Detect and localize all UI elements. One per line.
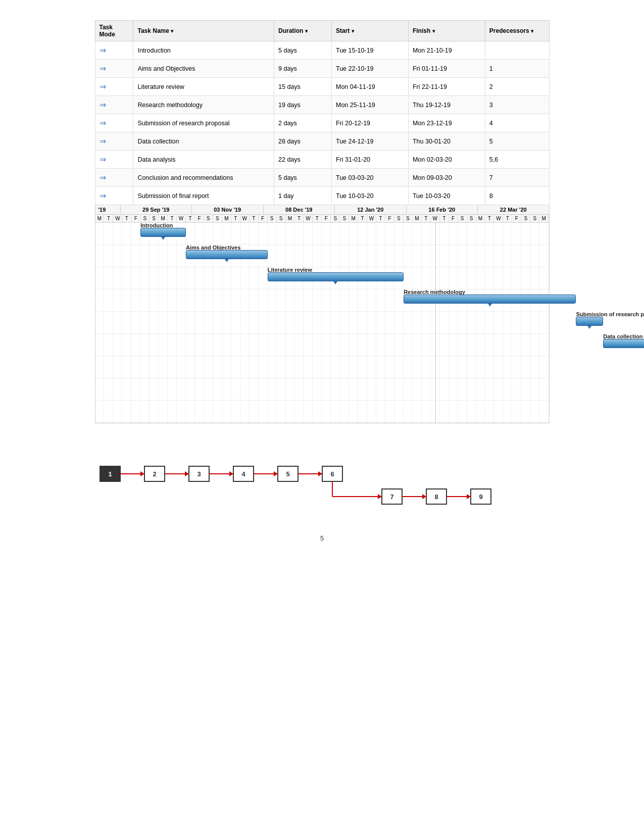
gantt-grid-cell [467, 378, 476, 400]
gantt-grid-cell [150, 267, 159, 289]
gantt-grid-cell [259, 267, 268, 289]
table-row: ⇒Research methodology19 daysMon 25-11-19… [95, 96, 549, 114]
gantt-grid-cell [322, 401, 331, 422]
svg-marker-7 [185, 471, 189, 476]
svg-marker-15 [274, 471, 278, 476]
gantt-row: Introduction [95, 223, 549, 245]
gantt-grid-cell [349, 245, 358, 267]
th-task-name[interactable]: Task Name [133, 21, 274, 41]
gantt-grid-cell [458, 334, 467, 356]
gantt-grid-cell [95, 334, 105, 356]
gantt-day-cell: T [104, 215, 113, 222]
gantt-day-cell: T [294, 215, 304, 222]
gantt-grid-cell [367, 356, 376, 378]
gantt-grid-cell [467, 223, 476, 244]
finish-cell: Mon 21-10-19 [408, 41, 485, 60]
gantt-grid-cell [422, 245, 431, 267]
task-name-cell: Submission of final report [133, 187, 274, 205]
gantt-grid-cell [113, 356, 122, 378]
gantt-grid-cell [394, 289, 404, 311]
gantt-grid-cell [485, 401, 494, 422]
gantt-grid-cell [250, 312, 259, 333]
gantt-grid-cell [440, 356, 449, 378]
gantt-grid-cell [159, 267, 168, 289]
gantt-bar [576, 317, 603, 326]
gantt-grid-cell [294, 356, 304, 378]
gantt-grid-cell [213, 356, 222, 378]
gantt-grid-cell [494, 267, 503, 289]
gantt-grid-cell [340, 245, 349, 267]
gantt-grid-cell [440, 312, 449, 333]
gantt-grid-cell [422, 223, 431, 244]
gantt-grid-cell [449, 378, 458, 400]
gantt-day-cell: M [539, 215, 549, 222]
gantt-grid-cell [286, 334, 295, 356]
gantt-grid-cell [213, 378, 222, 400]
gantt-grid-cell [530, 223, 539, 244]
gantt-grid-cell [95, 223, 105, 244]
task-name-cell: Conclusion and recommendations [133, 169, 274, 187]
gantt-grid-cell [394, 378, 404, 400]
gantt-grid-cell [485, 223, 494, 244]
critical-path-diagram: 1 2 3 4 5 [95, 438, 550, 519]
gantt-grid-cell [485, 245, 494, 267]
start-cell: Mon 04-11-19 [331, 78, 408, 96]
th-finish[interactable]: Finish [408, 21, 485, 41]
gantt-grid-cell [485, 378, 494, 400]
gantt-grid-cell [340, 289, 349, 311]
gantt-day-cell: W [113, 215, 122, 222]
gantt-grid-cell [467, 401, 476, 422]
start-cell: Tue 15-10-19 [331, 41, 408, 60]
gantt-grid-cell [521, 356, 530, 378]
gantt-bar-connector [587, 326, 591, 329]
gantt-grid-cell [204, 267, 213, 289]
gantt-grid-cell [294, 334, 304, 356]
gantt-grid-cell [413, 312, 422, 333]
gantt-grid-cell [331, 223, 340, 244]
gantt-grid-cell [177, 245, 186, 267]
gantt-row: Aims and Objectives [95, 245, 549, 267]
gantt-row: Literature review [95, 267, 549, 289]
gantt-grid-cell [122, 289, 131, 311]
gantt-grid-cell [539, 312, 549, 333]
gantt-grid-cell [259, 312, 268, 333]
gantt-grid-cell [313, 223, 322, 244]
gantt-grid-cell [485, 356, 494, 378]
gantt-grid-cell [150, 245, 159, 267]
gantt-grid-cell [113, 378, 122, 400]
gantt-grid-cell [449, 356, 458, 378]
task-name-cell: Literature review [133, 78, 274, 96]
gantt-grid-cell [250, 356, 259, 378]
gantt-grid-cell [140, 289, 150, 311]
gantt-row: Research methodology [95, 289, 549, 312]
gantt-day-cell: T [250, 215, 259, 222]
gantt-grid-cell [304, 334, 313, 356]
gantt-grid-cell [476, 267, 485, 289]
duration-cell: 15 days [274, 78, 332, 96]
task-mode-cell: ⇒ [95, 132, 133, 151]
th-predecessors[interactable]: Predecessors [485, 21, 549, 41]
gantt-grid-cell [277, 334, 286, 356]
gantt-period-feb20: 16 Feb '20 [407, 205, 478, 214]
gantt-grid-cell [231, 289, 240, 311]
gantt-day-cell: M [222, 215, 231, 222]
gantt-grid-cell [322, 356, 331, 378]
gantt-grid-cell [494, 223, 503, 244]
gantt-grid-cell [259, 356, 268, 378]
gantt-grid-cell [349, 378, 358, 400]
gantt-grid-cell [385, 356, 394, 378]
page-container: Task Mode Task Name Duration Start Finis… [44, 20, 600, 542]
duration-cell: 19 days [274, 96, 332, 114]
th-start[interactable]: Start [331, 21, 408, 41]
gantt-grid-cell [259, 289, 268, 311]
gantt-grid-cell [222, 401, 231, 422]
gantt-grid-cell [250, 401, 259, 422]
start-cell: Fri 20-12-19 [331, 114, 408, 132]
gantt-grid-cell [394, 334, 404, 356]
task-mode-cell: ⇒ [95, 96, 133, 114]
task-name-cell: Research methodology [133, 96, 274, 114]
th-duration[interactable]: Duration [274, 21, 332, 41]
gantt-grid-cell [394, 223, 404, 244]
gantt-grid-cell [449, 401, 458, 422]
gantt-day-cell: M [349, 215, 358, 222]
